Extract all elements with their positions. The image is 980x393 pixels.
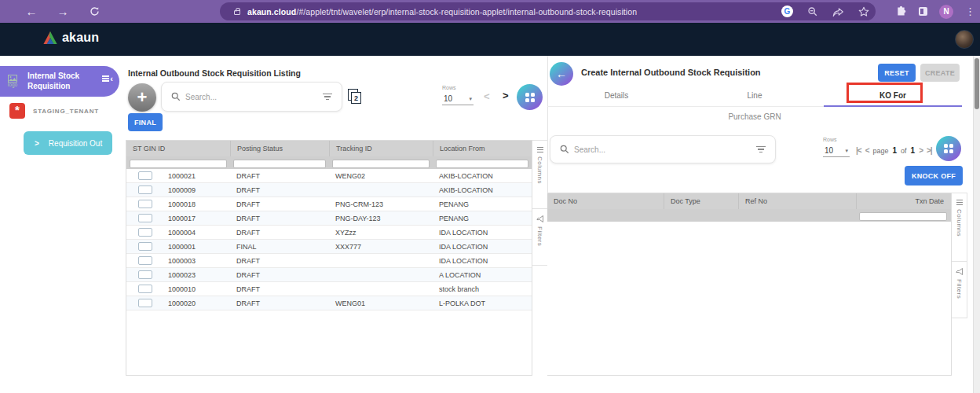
search-icon	[171, 92, 181, 101]
row-checkbox[interactable]	[138, 228, 152, 237]
tenant-name: STAGING_TENANT	[33, 108, 99, 115]
user-avatar[interactable]	[955, 30, 974, 49]
app-header: akaun	[0, 23, 980, 56]
filter-input-st-gin-id[interactable]	[130, 160, 227, 168]
table-row[interactable]: 1000021 DRAFT WENG02 AKIB-LOCATION	[126, 169, 532, 183]
filter-input-posting-status[interactable]	[233, 160, 326, 168]
duplicate-pages-icon[interactable]: 2	[348, 89, 364, 106]
table-row[interactable]: 1000009 DRAFT AKIB-LOCATION	[126, 183, 532, 197]
filter-input-txn-date[interactable]	[859, 212, 947, 221]
rows-select[interactable]: 10▾	[442, 94, 474, 105]
prev-page-button[interactable]: <	[865, 146, 869, 155]
listing-columns-tab[interactable]: Columns	[532, 140, 548, 209]
column-header[interactable]: ST GIN ID	[126, 141, 230, 156]
filter-input-location-from[interactable]	[436, 160, 528, 168]
browser-back-icon[interactable]: ←	[24, 3, 39, 19]
sidebar-item-requisition-out[interactable]: > Requisition Out	[24, 131, 112, 155]
row-checkbox[interactable]	[138, 285, 152, 293]
table-row[interactable]: 1000020 DRAFT WENG01 L-POLKA DOT	[126, 296, 532, 310]
row-checkbox[interactable]	[138, 270, 152, 279]
google-icon[interactable]: G	[781, 6, 793, 17]
detail-title: Create Internal Outbound Stock Requisiti…	[581, 68, 761, 77]
detail-columns-tab[interactable]: Columns	[952, 193, 967, 262]
listing-view-grid-button[interactable]	[517, 84, 543, 110]
detail-filters-tab[interactable]: Filters	[952, 262, 967, 318]
column-header[interactable]: Txn Date	[856, 193, 950, 209]
column-header[interactable]: Doc Type	[664, 193, 738, 209]
collapse-menu-icon[interactable]: ‹	[102, 75, 113, 82]
listing-next-page-button[interactable]: >	[503, 90, 509, 101]
listing-table-header: ST GIN ID Posting Status Tracking ID Loc…	[126, 141, 532, 156]
duplicate-count: 2	[351, 92, 361, 104]
reset-button[interactable]: RESET	[878, 64, 916, 82]
table-row[interactable]: 1000018 DRAFT PNG-CRM-123 PENANG	[126, 197, 532, 211]
detail-table-header: Doc No Doc Type Ref No Txn Date	[547, 193, 951, 209]
browser-menu-icon[interactable]: ⋮	[965, 6, 975, 17]
knock-off-button[interactable]: KNOCK OFF	[905, 166, 963, 185]
browser-profile-avatar[interactable]: N	[939, 5, 953, 19]
row-checkbox[interactable]	[138, 200, 152, 208]
side-panel-icon[interactable]	[919, 7, 927, 16]
table-row[interactable]: 1000023 DRAFT A LOCATION	[126, 268, 532, 282]
filter-input-tracking-id[interactable]	[332, 160, 430, 168]
row-checkbox[interactable]	[138, 299, 152, 307]
detail-pagination: |< < page 1 of 1 > >|	[856, 146, 932, 155]
row-checkbox[interactable]	[138, 256, 152, 265]
share-icon[interactable]	[832, 6, 844, 17]
detail-search-input[interactable]	[574, 145, 756, 154]
applet-banner[interactable]: logo Internal Stock Requisition ‹	[0, 66, 119, 97]
detail-view-grid-button[interactable]	[936, 136, 961, 161]
add-record-button[interactable]: +	[128, 83, 156, 112]
caret-down-icon: ▾	[845, 148, 848, 154]
scrollbar-thumb[interactable]	[975, 58, 979, 109]
column-header[interactable]: Ref No	[738, 193, 856, 209]
tab-ko-for[interactable]: KO For	[824, 85, 962, 106]
browser-reload-icon[interactable]	[86, 3, 102, 19]
column-header[interactable]: Tracking ID	[329, 141, 433, 156]
listing-search-input[interactable]	[185, 93, 323, 101]
listing-title: Internal Outbound Stock Requisition List…	[128, 68, 301, 78]
browser-forward-icon[interactable]: →	[55, 3, 71, 19]
address-bar[interactable]: akaun.cloud/#/applet/tnt/wavelet/erp/int…	[220, 2, 876, 20]
table-row[interactable]: 1000001 FINAL XXX777 IDA LOCATION	[126, 240, 532, 254]
next-page-button[interactable]: >	[919, 146, 923, 155]
filter-icon[interactable]	[323, 92, 332, 101]
applet-title: Internal Stock Requisition	[27, 72, 90, 91]
tab-details[interactable]: Details	[547, 85, 686, 106]
column-header[interactable]: Location From	[433, 141, 532, 156]
listing-rows-per-page: Rows 10▾	[442, 85, 474, 105]
table-row[interactable]: 1000010 DRAFT stock branch	[126, 282, 532, 296]
row-checkbox[interactable]	[138, 171, 152, 180]
listing-filters-tab[interactable]: Filters	[532, 209, 548, 266]
final-filter-button[interactable]: FINAL	[128, 113, 163, 131]
column-header[interactable]: Posting Status	[230, 141, 329, 156]
first-page-button[interactable]: |<	[856, 146, 861, 155]
listing-prev-page-button[interactable]: <	[484, 90, 490, 102]
akaun-logo: akaun	[42, 31, 99, 45]
rows-select[interactable]: 10▾	[823, 145, 850, 157]
table-row[interactable]: 1000004 DRAFT XYZzz IDA LOCATION	[126, 226, 532, 240]
rows-label: Rows	[823, 137, 850, 142]
row-checkbox[interactable]	[138, 214, 152, 222]
filter-icon[interactable]	[756, 145, 766, 154]
back-button[interactable]: ←	[550, 62, 573, 86]
tenant-row[interactable]: * STAGING_TENANT	[9, 103, 99, 119]
tab-line[interactable]: Line	[686, 85, 824, 106]
page-number: 1	[893, 146, 898, 155]
table-row[interactable]: 1000003 DRAFT IDA LOCATION	[126, 254, 532, 268]
extensions-puzzle-icon[interactable]	[895, 6, 907, 17]
zoom-icon[interactable]	[807, 6, 818, 17]
brand-name: akaun	[62, 31, 99, 45]
detail-tabs: Details Line KO For	[547, 85, 962, 107]
url-text[interactable]: akaun.cloud/#/applet/tnt/wavelet/erp/int…	[247, 7, 637, 17]
page-scrollbar[interactable]	[973, 56, 980, 393]
column-header[interactable]: Doc No	[547, 193, 664, 209]
last-page-button[interactable]: >|	[927, 146, 932, 155]
create-button[interactable]: CREATE	[920, 64, 960, 82]
row-checkbox[interactable]	[138, 242, 152, 251]
https-lock-icon[interactable]	[234, 10, 240, 15]
row-checkbox[interactable]	[138, 185, 152, 194]
browser-toolbar: ← → akaun.cloud/#/applet/tnt/wavelet/erp…	[0, 0, 980, 23]
table-row[interactable]: 1000017 DRAFT PNG-DAY-123 PENANG	[126, 211, 532, 226]
bookmark-star-icon[interactable]	[858, 6, 869, 17]
